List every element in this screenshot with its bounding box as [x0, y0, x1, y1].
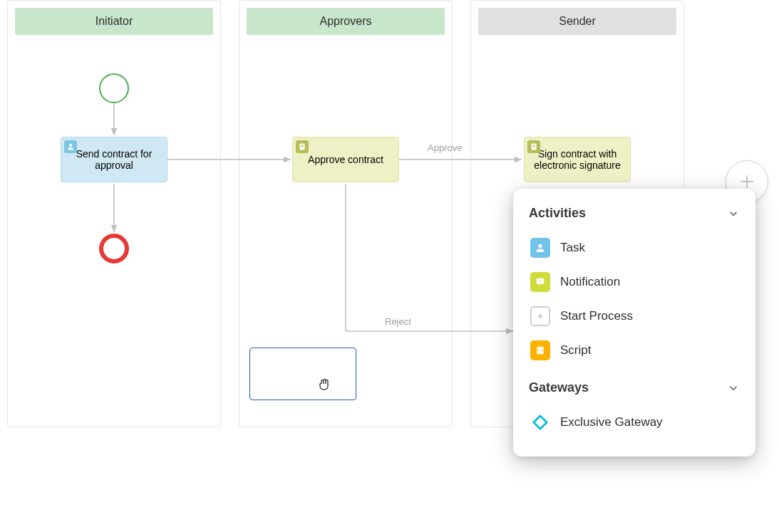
document-task-icon: [527, 140, 540, 153]
section-title: Activities: [529, 206, 586, 221]
script-icon: [530, 340, 550, 360]
section-header-activities[interactable]: Activities: [529, 206, 740, 221]
task-icon: [530, 238, 550, 258]
panel-item-exclusive-gateway[interactable]: Exclusive Gateway: [529, 405, 740, 439]
task-label: Send contract for approval: [68, 148, 160, 171]
panel-item-notification[interactable]: Notification: [529, 265, 740, 299]
task-approve-contract[interactable]: Approve contract: [292, 137, 399, 182]
svg-point-6: [69, 144, 72, 147]
flow-label-reject: Reject: [385, 316, 411, 327]
chevron-down-icon: [727, 207, 740, 220]
lane-header-initiator: Initiator: [15, 8, 213, 35]
start-process-icon: [530, 306, 550, 326]
section-title: Gateways: [529, 380, 589, 395]
task-label: Approve contract: [308, 154, 383, 165]
svg-rect-22: [534, 416, 547, 429]
start-event[interactable]: [99, 73, 129, 103]
panel-item-label: Start Process: [560, 309, 633, 323]
exclusive-gateway-icon: [530, 412, 550, 432]
flow-label-approve: Approve: [428, 142, 462, 153]
svg-point-18: [540, 282, 540, 283]
end-event[interactable]: [99, 234, 129, 264]
panel-item-start-process[interactable]: Start Process: [529, 299, 740, 333]
task-send-contract[interactable]: Send contract for approval: [61, 137, 167, 182]
section-header-gateways[interactable]: Gateways: [529, 380, 740, 395]
elements-panel: Activities Task Notification Start Proce…: [513, 189, 755, 457]
panel-item-label: Script: [560, 343, 591, 358]
panel-item-label: Notification: [560, 275, 620, 289]
panel-item-label: Exclusive Gateway: [560, 415, 663, 429]
lane-initiator: Initiator: [7, 0, 221, 427]
task-sign-contract[interactable]: Sign contract with electronic signature: [524, 137, 631, 182]
panel-item-script[interactable]: Script: [529, 333, 740, 367]
chevron-down-icon: [727, 382, 740, 395]
placeholder-task[interactable]: [249, 348, 356, 400]
svg-point-15: [538, 244, 542, 248]
lane-header-sender: Sender: [478, 8, 676, 35]
user-task-icon: [64, 140, 77, 153]
task-label: Sign contract with electronic signature: [532, 148, 623, 171]
notification-icon: [530, 272, 550, 292]
panel-item-task[interactable]: Task: [529, 231, 740, 265]
document-task-icon: [296, 140, 309, 153]
panel-item-label: Task: [560, 241, 585, 255]
lane-header-approvers: Approvers: [247, 8, 445, 35]
